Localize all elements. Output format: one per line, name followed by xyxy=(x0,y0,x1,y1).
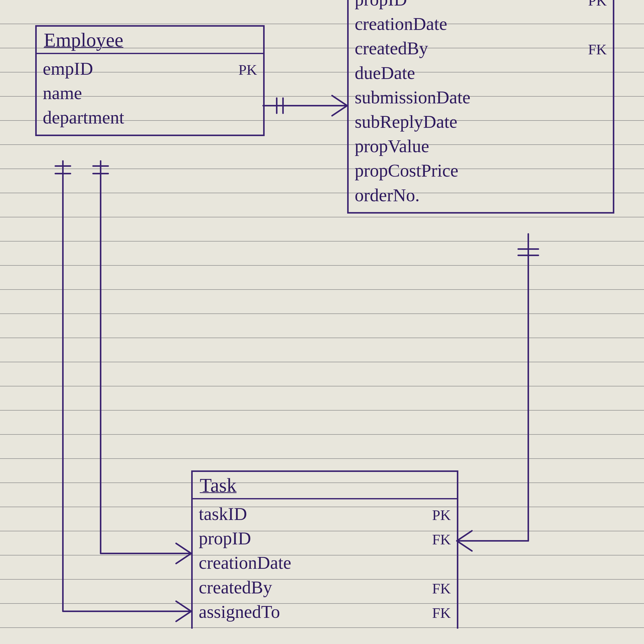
attr-name: propID xyxy=(355,0,579,12)
attr-row: subReplyDate xyxy=(355,110,607,134)
svg-point-15 xyxy=(472,536,482,546)
attr-key: PK xyxy=(423,505,451,525)
attr-row: empID PK xyxy=(43,57,257,81)
entity-attrs: taskID PK propID FK creationDate created… xyxy=(193,499,457,629)
attr-name: submissionDate xyxy=(355,85,579,110)
attr-name: createdBy xyxy=(355,36,579,61)
attr-row: assignedTo FK xyxy=(199,600,451,624)
attr-name: createdBy xyxy=(199,575,423,600)
rel-employee-task-cardinality xyxy=(55,161,108,176)
attr-name: taskID xyxy=(199,502,423,526)
attr-name: assignedTo xyxy=(199,600,423,624)
attr-row: propID FK xyxy=(199,526,451,551)
attr-key: FK xyxy=(423,530,451,549)
rel-employee-task-assignedto xyxy=(63,176,191,621)
svg-point-9 xyxy=(166,548,176,558)
attr-name: creationDate xyxy=(355,12,579,36)
attr-row: taskID PK xyxy=(199,502,451,526)
entity-attrs: empID PK name department xyxy=(37,54,263,135)
entity-title: Task xyxy=(193,472,457,499)
attr-key: FK xyxy=(579,40,607,59)
attr-row: submissionDate xyxy=(355,85,607,110)
attr-name: propID xyxy=(199,526,423,551)
attr-row: propID PK xyxy=(355,0,607,12)
rel-proposal-task xyxy=(457,234,538,551)
attr-name: creationDate xyxy=(199,551,423,575)
entity-proposal: propID PK creationDate createdBy FK dueD… xyxy=(347,0,614,214)
attr-row: creationDate xyxy=(199,551,451,575)
attr-row: propCostPrice xyxy=(355,158,607,183)
entity-title: Employee xyxy=(37,27,263,54)
attr-name: subReplyDate xyxy=(355,110,579,134)
attr-name: name xyxy=(43,81,229,105)
attr-row: orderNo. xyxy=(355,183,607,208)
attr-name: propValue xyxy=(355,134,579,158)
attr-name: propCostPrice xyxy=(355,158,579,183)
entity-employee: Employee empID PK name department xyxy=(35,25,265,136)
attr-row: createdBy FK xyxy=(199,575,451,600)
attr-key: FK xyxy=(423,603,451,623)
attr-row: name xyxy=(43,81,257,105)
attr-key: PK xyxy=(229,60,257,80)
attr-name: department xyxy=(43,105,229,130)
attr-key: FK xyxy=(423,579,451,598)
attr-name: empID xyxy=(43,57,229,81)
attr-row: creationDate xyxy=(355,12,607,36)
svg-point-10 xyxy=(166,606,176,616)
attr-name: orderNo. xyxy=(355,183,579,208)
attr-row: propValue xyxy=(355,134,607,158)
attr-row: dueDate xyxy=(355,61,607,85)
attr-row: department xyxy=(43,105,257,130)
rel-employee-task-createdby xyxy=(101,176,191,563)
attr-row: createdBy FK xyxy=(355,36,607,61)
attr-name: dueDate xyxy=(355,61,579,85)
attr-key: PK xyxy=(579,0,607,11)
rel-employee-proposal xyxy=(263,96,347,116)
entity-task: Task taskID PK propID FK creationDate cr… xyxy=(191,470,458,629)
entity-attrs: propID PK creationDate createdBy FK dueD… xyxy=(349,0,613,212)
